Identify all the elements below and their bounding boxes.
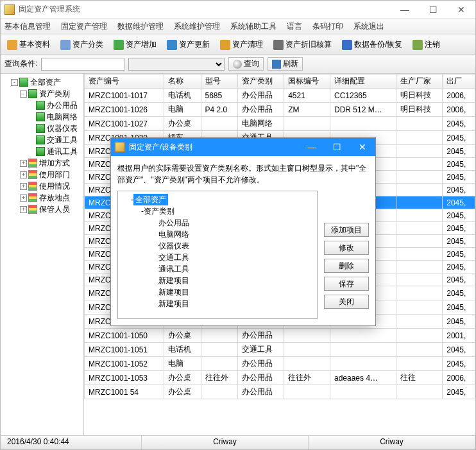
status-datetime: 2016/4/30 0:40:44 [1,436,142,449]
dialog-close-button[interactable]: ✕ [350,138,375,156]
column-header[interactable]: 出厂 [443,74,475,89]
dialog-tree-item[interactable]: 电脑网络 [151,229,314,240]
dialog-tree-item[interactable]: 仪器仪表 [151,240,314,252]
expander-icon[interactable]: - [20,91,27,98]
close-button[interactable]: ✕ [447,1,475,19]
menu-item[interactable]: 条码打印 [312,21,343,32]
tree-item[interactable]: 通讯工具 [29,146,82,157]
dialog-maximize-button[interactable]: ☐ [324,138,350,156]
tree-item[interactable]: 电脑网络 [29,111,82,123]
toolbar-button[interactable]: 资产折旧核算 [271,38,334,51]
tree-item[interactable]: +存放地点 [20,192,82,203]
toolbar-button[interactable]: 数据备份/恢复 [339,38,405,51]
tree-item[interactable]: +使用部门 [20,169,82,180]
toolbar-button[interactable]: 资产更新 [164,38,212,51]
tree-item[interactable]: 交通工具 [29,134,82,146]
refresh-button[interactable]: 刷新 [268,57,303,71]
menu-item[interactable]: 系统维护管理 [174,21,220,32]
dialog-tree[interactable]: -全部资产 -资产类别 办公用品电脑网络仪器仪表交通工具通讯工具新建项目新建项目… [117,191,318,319]
dialog-tree-root[interactable]: 全部资产 [133,194,168,205]
expander-icon[interactable]: - [11,79,18,86]
table-row[interactable]: MRZC1001 54办公桌办公用品2045, [85,385,475,399]
tree-root[interactable]: 全部资产 [30,76,61,88]
dialog-action-button[interactable]: 删除 [324,259,369,273]
maximize-button[interactable]: ☐ [419,1,447,19]
column-header[interactable]: 资产类别 [238,74,284,89]
table-row[interactable]: MRZC1001-1053办公桌往往外办公用品往往外adeaaes 4…往往20… [85,371,475,385]
menu-item[interactable]: 语言 [287,21,302,32]
column-header[interactable]: 型号 [201,74,238,89]
table-row[interactable]: MRZC1001-1051电话机交通工具2045, [85,343,475,357]
bars-icon [28,182,37,191]
column-header[interactable]: 国标编号 [284,74,330,89]
dialog-tree-item[interactable]: 通讯工具 [151,263,314,275]
menu-item[interactable]: 基本信息管理 [4,21,51,32]
dialog-action-button[interactable]: 添加项目 [324,223,369,237]
expander-icon[interactable]: + [20,183,27,190]
tree-item[interactable]: +使用情况 [20,180,82,192]
dialog-titlebar: 固定资产/设备类别 — ☐ ✕ [111,138,375,156]
dialog-action-button[interactable]: 关闭 [324,295,369,309]
menu-item[interactable]: 固定资产管理 [61,21,107,32]
titlebar: 固定资产管理系统 — ☐ ✕ [1,1,475,19]
tree-item[interactable]: 办公用品 [29,100,82,111]
toolbar-icon [167,40,177,50]
tree-item[interactable]: 仪器仪表 [29,123,82,134]
house-icon [28,89,37,98]
menubar: 基本信息管理固定资产管理数据维护管理系统维护管理系统辅助工具语言条码打印系统退出 [1,19,475,35]
dialog-tree-item[interactable]: 新建项目 [151,298,314,309]
column-header[interactable]: 资产编号 [85,74,164,89]
expander-icon[interactable]: + [20,195,27,202]
toolbar-icon [220,40,230,50]
window-title: 固定资产管理系统 [19,4,391,15]
toolbar: 基本资料资产分类资产增加资产更新资产清理资产折旧核算数据备份/恢复注销 [1,35,475,55]
table-row[interactable]: MRZC1001-1027办公桌电脑网络2045, [85,117,475,131]
dialog-icon [115,142,125,152]
tree-category[interactable]: 资产类别 [39,88,70,100]
house-icon [36,112,45,121]
dialog-title: 固定资产/设备类别 [129,142,192,153]
menu-item[interactable]: 数据维护管理 [117,21,164,32]
dialog-action-button[interactable]: 修改 [324,241,369,255]
search-input[interactable] [41,58,124,71]
dialog-action-button[interactable]: 保存 [324,277,369,291]
query-button[interactable]: 查询 [228,57,264,71]
expander-icon[interactable]: + [20,160,27,167]
dialog-tree-item[interactable]: 新建项目 [151,286,314,298]
expander-icon[interactable]: + [20,171,27,178]
sidebar-tree[interactable]: -全部资产 -资产类别 办公用品电脑网络仪器仪表交通工具通讯工具 +增加方式+使… [1,74,84,435]
toolbar-icon [412,40,423,50]
dialog-tree-category[interactable]: 资产类别 [144,205,174,217]
toolbar-button[interactable]: 基本资料 [4,38,53,51]
tree-item[interactable]: +增加方式 [20,157,82,169]
toolbar-button[interactable]: 资产清理 [217,38,266,51]
toolbar-button[interactable]: 资产增加 [111,38,159,51]
table-row[interactable]: MRZC1001-1050办公桌办公用品2001, [85,329,475,343]
house-icon [36,147,45,156]
menu-item[interactable]: 系统辅助工具 [230,21,276,32]
dialog-tree-item[interactable]: 新建项目 [151,275,314,286]
menu-item[interactable]: 系统退出 [353,21,384,32]
column-header[interactable]: 详细配置 [330,74,396,89]
table-row[interactable]: MRZC1001-1026电脑P4 2.0办公用品ZMDDR 512 M…明日科… [85,103,475,117]
house-icon [36,101,45,110]
toolbar-icon [273,40,284,50]
bars-icon [28,193,37,202]
search-select[interactable] [128,58,225,71]
house-icon [36,135,45,144]
column-header[interactable]: 名称 [164,74,201,89]
minimize-button[interactable]: — [391,1,419,19]
dialog-tree-item[interactable]: 办公用品 [151,217,314,229]
dialog-tree-item[interactable]: 交通工具 [151,252,314,263]
house-icon [19,78,28,87]
tree-item[interactable]: +保管人员 [20,203,82,215]
toolbar-button[interactable]: 资产分类 [58,38,106,51]
dialog-minimize-button[interactable]: — [298,138,324,156]
toolbar-button[interactable]: 注销 [410,38,443,51]
status-user1: Criway [142,436,309,449]
toolbar-icon [7,40,17,50]
table-row[interactable]: MRZC1001-1052电脑办公用品2045, [85,357,475,371]
column-header[interactable]: 生产厂家 [396,74,443,89]
expander-icon[interactable]: + [20,206,27,213]
table-row[interactable]: MRZC1001-1017电话机5685办公用品4521CC12365明日科技2… [85,89,475,103]
